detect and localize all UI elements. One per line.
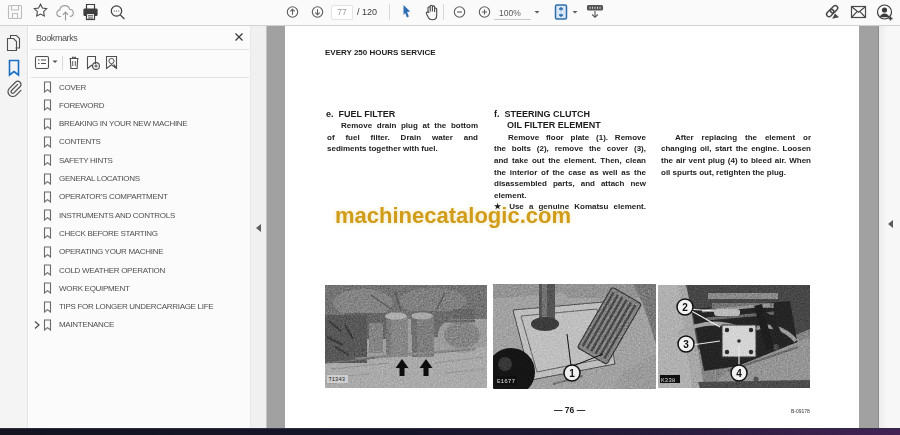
svg-text:E1677: E1677 bbox=[497, 378, 515, 385]
svg-text:2: 2 bbox=[682, 302, 688, 313]
svg-text:3: 3 bbox=[683, 339, 689, 350]
svg-text:K338: K338 bbox=[661, 377, 676, 384]
svg-text:T1343: T1343 bbox=[329, 376, 346, 383]
svg-text:1: 1 bbox=[569, 368, 575, 379]
svg-text:4: 4 bbox=[736, 368, 742, 379]
